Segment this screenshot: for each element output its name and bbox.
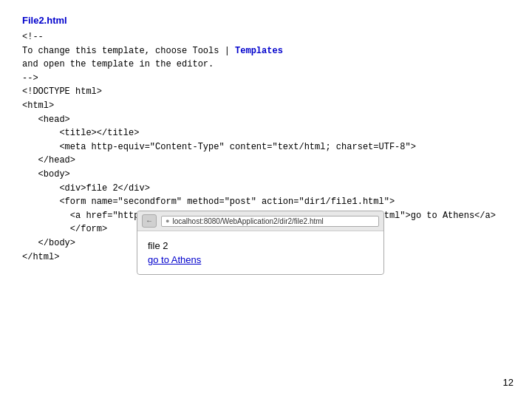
browser-page-text: file 2 — [148, 240, 373, 251]
url-icon: ● — [166, 217, 169, 225]
browser-url-text: localhost:8080/WebApplication2/dir2/file… — [172, 217, 323, 225]
file-title: File2.html — [22, 15, 510, 26]
browser-content: file 2 go to Athens — [137, 231, 383, 274]
browser-page-link[interactable]: go to Athens — [148, 254, 373, 265]
browser-back-button[interactable]: ← — [142, 214, 157, 228]
browser-toolbar: ← ● localhost:8080/WebApplication2/dir2/… — [137, 211, 383, 231]
browser-preview: ← ● localhost:8080/WebApplication2/dir2/… — [137, 211, 384, 275]
page-container: File2.html <!-- To change this template,… — [0, 0, 532, 399]
browser-url-bar[interactable]: ● localhost:8080/WebApplication2/dir2/fi… — [161, 216, 379, 227]
page-number: 12 — [503, 377, 514, 388]
